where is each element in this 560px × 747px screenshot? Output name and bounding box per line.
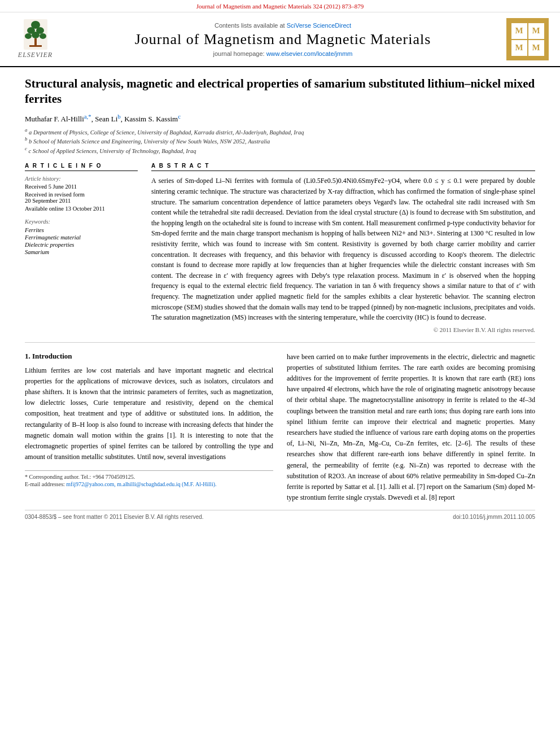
affiliation-b: b b School of Materials Science and Engi… — [25, 136, 535, 145]
intro-heading: 1. Introduction — [25, 352, 273, 361]
affil-marker-c: c — [178, 113, 181, 120]
svg-point-6 — [40, 33, 46, 39]
svg-rect-8 — [29, 45, 42, 47]
introduction-section: 1. Introduction Lithium ferrites are low… — [25, 352, 535, 504]
article-info-abstract: A R T I C L E I N F O Article history: R… — [25, 163, 535, 333]
journal-url[interactable]: www.elsevier.com/locate/jmmm — [266, 50, 353, 57]
keyword-4: Samarium — [25, 249, 138, 255]
bottom-bar: 0304-8853/$ – see front matter © 2011 El… — [25, 510, 535, 523]
section-divider — [25, 342, 535, 343]
top-banner: Journal of Magnetism and Magnetic Materi… — [0, 0, 560, 12]
article-info-col: A R T I C L E I N F O Article history: R… — [25, 163, 138, 333]
abstract-label: A B S T R A C T — [151, 163, 535, 171]
elsevier-brand-text: ELSEVIER — [18, 51, 53, 59]
journal-title-header: Journal of Magnetism and Magnetic Materi… — [65, 31, 501, 48]
intro-right-col: have been carried on to make further imp… — [287, 352, 535, 504]
main-content: Structural analysis, magnetic and electr… — [0, 67, 560, 529]
intro-left-col: 1. Introduction Lithium ferrites are low… — [25, 352, 273, 504]
footnotes-area: * Corresponding author. Tel.: +964 77045… — [25, 470, 273, 487]
authors-line: Muthafar F. Al-Hillia,*, Sean Lib, Kassi… — [25, 113, 535, 124]
contents-line: Contents lists available at SciVerse Sci… — [65, 22, 501, 29]
received-value: Received 5 June 2011 — [25, 184, 138, 190]
abstract-col: A B S T R A C T A series of Sm-doped Li–… — [151, 163, 535, 333]
svg-point-4 — [25, 33, 32, 39]
keyword-3: Dielectric properties — [25, 242, 138, 248]
keyword-2: Ferrimagnetic material — [25, 234, 138, 241]
intro-left-text: Lithium ferrites are low cost materials … — [25, 365, 273, 463]
journal-homepage-line: journal homepage: www.elsevier.com/locat… — [65, 50, 501, 57]
affil-marker-a: a,* — [84, 113, 91, 120]
history-label: Article history: — [25, 176, 138, 182]
keywords-label: Keywords: — [25, 219, 138, 225]
doi-text: doi:10.1016/j.jmmm.2011.10.005 — [453, 514, 535, 520]
keywords-section: Keywords: Ferrites Ferrimagnetic materia… — [25, 219, 138, 255]
email-footnote: E-mail addresses: mfij972@yahoo.com, m.a… — [25, 481, 273, 487]
article-info-label: A R T I C L E I N F O — [25, 163, 138, 171]
affiliation-c: c c School of Applied Sciences, Universi… — [25, 146, 535, 154]
intro-right-text: have been carried on to make further imp… — [287, 352, 535, 504]
revised-date: 20 September 2011 — [25, 198, 138, 204]
available-value: Available online 13 October 2011 — [25, 206, 138, 212]
sciverse-link[interactable]: SciVerse ScienceDirect — [287, 22, 351, 29]
affiliation-a: a a Department of Physics, College of Sc… — [25, 127, 535, 136]
issn-text: 0304-8853/$ – see front matter © 2011 El… — [25, 514, 204, 520]
header-center: Contents lists available at SciVerse Sci… — [65, 22, 501, 57]
abstract-text: A series of Sm-doped Li–Ni ferrites with… — [151, 176, 535, 322]
elsevier-logo-left: ELSEVIER — [11, 19, 59, 59]
journal-citation: Journal of Magnetism and Magnetic Materi… — [196, 3, 364, 10]
article-title: Structural analysis, magnetic and electr… — [25, 76, 535, 107]
header-area: ELSEVIER Contents lists available at Sci… — [0, 12, 560, 67]
svg-point-5 — [32, 32, 40, 38]
svg-rect-7 — [34, 38, 37, 45]
revised-label: Received in revised form — [25, 191, 138, 198]
elsevier-tree-icon — [24, 19, 47, 50]
copyright-line: © 2011 Elsevier B.V. All rights reserved… — [151, 326, 535, 333]
author-1: Muthafar F. Al-Hilli — [25, 115, 84, 123]
keyword-1: Ferrites — [25, 227, 138, 233]
jmmm-logo-right: M M M M — [506, 18, 549, 60]
corresponding-footnote: * Corresponding author. Tel.: +964 77045… — [25, 474, 273, 480]
